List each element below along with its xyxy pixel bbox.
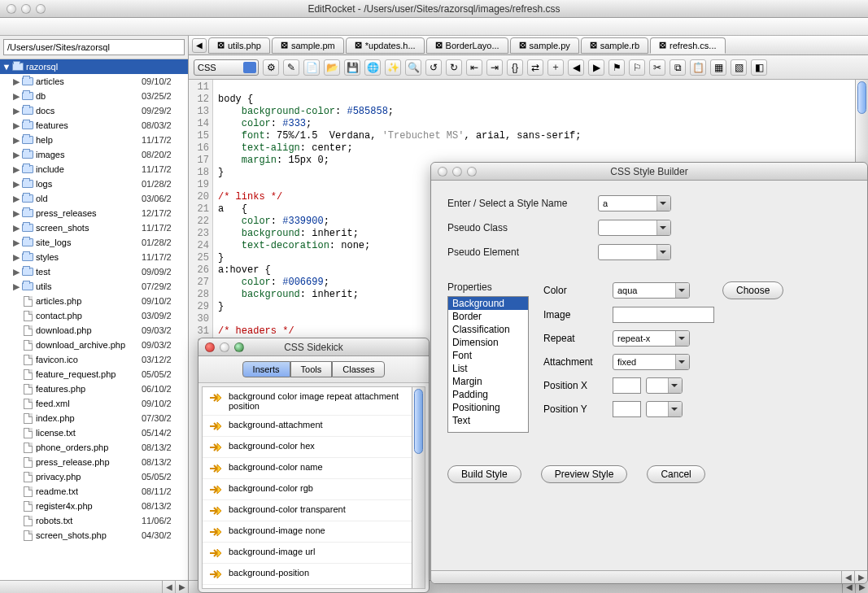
sidekick-tab[interactable]: Tools [290,361,333,377]
properties-list[interactable]: BackgroundBorderClassificationDimensionF… [447,296,529,433]
tool-icon[interactable]: ↻ [446,59,462,76]
tool-icon[interactable]: ＋ [547,59,564,76]
tree-folder[interactable]: ▶press_releases12/17/2 [0,206,188,220]
pseudo-class-select[interactable] [598,220,671,236]
sidekick-vscroll[interactable] [412,387,425,588]
editor-tab[interactable]: ⊠sample.rb [581,37,648,54]
sidekick-item[interactable]: background color image repeat attachment… [203,387,425,416]
tree-file[interactable]: features.php06/10/2 [0,382,188,396]
main-titlebar[interactable]: EditRocket - /Users/user/Sites/razorsql/… [0,0,868,18]
close-tab-icon[interactable]: ⊠ [355,40,362,50]
close-tab-icon[interactable]: ⊠ [217,40,225,50]
color-select[interactable]: aqua [613,282,690,299]
language-selector[interactable]: CSS [194,59,259,76]
builder-titlebar[interactable]: CSS Style Builder [431,163,867,181]
close-tab-icon[interactable]: ⊠ [659,40,666,50]
pseudo-element-select[interactable] [598,244,671,260]
sidekick-item[interactable]: background-color transparent [203,500,425,521]
tool-icon[interactable]: ◧ [751,59,767,76]
style-name-select[interactable]: a [598,195,671,211]
scroll-left-icon[interactable]: ◀ [162,581,175,593]
property-category[interactable]: Text [448,414,528,427]
scroll-left-icon[interactable]: ◀ [841,571,854,583]
tree-folder[interactable]: ▶images08/20/2 [0,147,188,162]
tree-folder[interactable]: ▶utils07/29/2 [0,279,188,294]
sidekick-item[interactable]: background-color rgb [203,479,425,500]
property-category[interactable]: Font [448,349,528,362]
tool-icon[interactable]: {} [507,59,523,76]
copy-icon[interactable]: ⧉ [670,59,686,76]
tool-icon[interactable]: ⇤ [466,59,482,76]
sidekick-item[interactable]: background-image url [203,543,425,564]
search-icon[interactable]: 🔍 [405,59,421,76]
tool-icon[interactable]: ▶ [588,59,604,76]
editor-tab[interactable]: ⊠*updates.h... [346,37,425,54]
tab-scroll-left[interactable]: ◀ [192,38,207,53]
tool-icon[interactable]: ▦ [710,59,726,76]
tree-folder[interactable]: ▶db03/25/2 [0,89,188,103]
property-category[interactable]: Padding [448,388,528,401]
editor-tab[interactable]: ⊠BorderLayo... [426,37,508,54]
tree-file[interactable]: register4x.php08/13/2 [0,499,188,513]
tree-folder[interactable]: ▶screen_shots11/17/2 [0,220,188,235]
tree-folder[interactable]: ▶old03/06/2 [0,191,188,206]
close-window-button[interactable] [438,167,447,177]
property-category[interactable]: Background [448,297,528,310]
attachment-select[interactable]: fixed [613,354,690,370]
tree-file[interactable]: contact.php03/09/2 [0,308,188,323]
tool-icon[interactable]: 🌐 [364,59,381,76]
tree-file[interactable]: favicon.ico03/12/2 [0,352,188,367]
tool-icon[interactable]: ⚑ [608,59,625,76]
tool-icon[interactable]: ▧ [731,59,747,76]
editor-tab[interactable]: ⊠sample.pm [272,37,344,54]
sidekick-item[interactable]: background-color name [203,458,425,479]
tree-root[interactable]: ▼razorsql [0,59,188,74]
open-file-icon[interactable]: 📂 [324,59,340,76]
tool-icon[interactable]: ✎ [283,59,299,76]
sidekick-item[interactable]: background-position [203,564,425,585]
tree-folder[interactable]: ▶logs01/28/2 [0,177,188,191]
minimize-window-button[interactable] [21,4,31,14]
tool-icon[interactable]: ↺ [425,59,442,76]
tree-folder[interactable]: ▶docs09/29/2 [0,103,188,118]
sidekick-item[interactable]: background-attachment [203,416,425,437]
tree-file[interactable]: robots.txt11/06/2 [0,513,188,528]
close-tab-icon[interactable]: ⊠ [435,40,443,50]
close-window-button[interactable] [7,4,16,14]
close-window-button[interactable] [205,342,215,352]
save-icon[interactable]: 💾 [344,59,360,76]
tree-folder[interactable]: ▶help11/17/2 [0,133,188,147]
tree-file[interactable]: privacy.php05/05/2 [0,469,188,484]
property-category[interactable]: List [448,362,528,375]
close-tab-icon[interactable]: ⊠ [519,40,526,50]
choose-button[interactable]: Choose [722,281,783,299]
tree-file[interactable]: press_release.php08/13/2 [0,455,188,469]
tree-file[interactable]: index.php07/30/2 [0,411,188,425]
tree-file[interactable]: download.php09/03/2 [0,323,188,338]
tree-file[interactable]: phone_orders.php08/13/2 [0,440,188,455]
builder-hscroll[interactable]: ◀ ▶ [431,570,867,583]
tool-icon[interactable]: ◀ [568,59,584,76]
sidekick-titlebar[interactable]: CSS Sidekick [198,338,429,356]
property-category[interactable]: Dimension [448,336,528,349]
sidekick-item[interactable]: background-image none [203,521,425,543]
position-y-input[interactable] [613,401,641,417]
editor-tab[interactable]: ⊠sample.py [510,37,579,54]
tool-icon[interactable]: ⚐ [629,59,645,76]
path-input[interactable] [3,39,185,55]
build-style-button[interactable]: Build Style [447,465,521,483]
sidekick-item[interactable]: background-repeat [203,585,425,589]
tree-file[interactable]: articles.php09/10/2 [0,294,188,308]
sidekick-list[interactable]: background color image repeat attachment… [202,386,425,589]
minimize-window-button[interactable] [220,342,229,352]
close-tab-icon[interactable]: ⊠ [590,40,597,50]
paste-icon[interactable]: 📋 [690,59,706,76]
tree-folder[interactable]: ▶include11/17/2 [0,162,188,177]
tree-file[interactable]: download_archive.php09/03/2 [0,338,188,352]
zoom-window-button[interactable] [234,342,244,352]
tree-folder[interactable]: ▶site_logs01/28/2 [0,235,188,250]
editor-tab[interactable]: ⊠utils.php [208,37,270,54]
zoom-window-button[interactable] [467,167,477,177]
tool-icon[interactable]: ✨ [385,59,401,76]
cut-icon[interactable]: ✂ [649,59,665,76]
